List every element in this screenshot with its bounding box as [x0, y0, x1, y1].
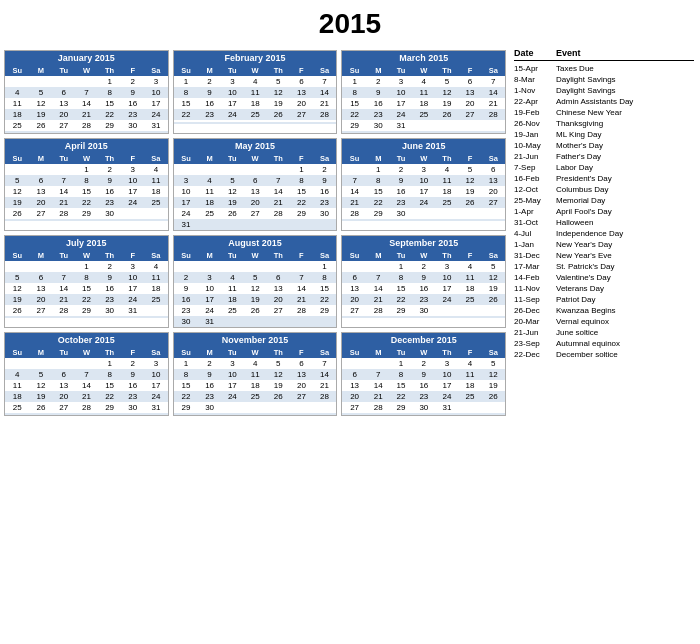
- calendar-month-header: November 2015: [174, 333, 337, 347]
- calendar-day: 13: [30, 283, 53, 294]
- calendar-day: 29: [390, 402, 413, 413]
- calendar-day: 2: [390, 164, 413, 175]
- day-header: W: [412, 347, 435, 358]
- calendar-day: 17: [221, 380, 244, 391]
- calendar-day: 30: [121, 120, 144, 131]
- calendar-day: 19: [435, 98, 458, 109]
- calendar-day: 25: [244, 109, 267, 120]
- calendar-day: 26: [221, 208, 244, 219]
- calendar-day: 11: [435, 175, 458, 186]
- event-name: Taxes Due: [556, 64, 694, 73]
- calendar-day: 1: [174, 76, 199, 87]
- day-header: Th: [98, 153, 121, 164]
- event-date: 19-Feb: [514, 108, 556, 117]
- day-header: M: [30, 153, 53, 164]
- calendar-day: 28: [52, 305, 75, 316]
- calendar-day: 13: [290, 87, 313, 98]
- calendar-day: 22: [390, 391, 413, 402]
- calendar-day: [390, 131, 413, 133]
- calendar-day: 23: [367, 109, 390, 120]
- calendar-day: [52, 316, 75, 318]
- calendar-day: 24: [435, 294, 458, 305]
- calendar-day: [121, 219, 144, 221]
- calendar-day: 12: [267, 87, 290, 98]
- calendar-day: 20: [244, 197, 267, 208]
- calendar-day: 1: [174, 358, 199, 369]
- calendar-day: 18: [144, 186, 168, 197]
- calendar-day: 20: [342, 294, 367, 305]
- calendar-day: 13: [244, 186, 267, 197]
- day-header: Sa: [481, 153, 505, 164]
- calendar-day: 15: [98, 98, 121, 109]
- day-header: F: [121, 153, 144, 164]
- day-header: Tu: [390, 347, 413, 358]
- calendar-day: 24: [412, 197, 435, 208]
- calendar-day: 5: [459, 164, 482, 175]
- calendar-day: 15: [342, 98, 367, 109]
- calendar-day: 28: [481, 109, 505, 120]
- calendar-day: 1: [367, 164, 390, 175]
- calendar-day: [75, 413, 98, 415]
- calendar-day: 24: [144, 109, 168, 120]
- day-header: Th: [267, 65, 290, 76]
- calendar-day: 7: [481, 76, 505, 87]
- calendar-day: 25: [144, 197, 168, 208]
- calendar-day: 4: [5, 369, 30, 380]
- calendar-day: 19: [5, 197, 30, 208]
- day-header: Th: [267, 347, 290, 358]
- calendar-day: 25: [5, 120, 30, 131]
- event-date: 14-Feb: [514, 273, 556, 282]
- calendar-day: 20: [52, 109, 75, 120]
- calendar-day: [52, 219, 75, 221]
- calendar-day: 9: [390, 175, 413, 186]
- calendar-day: 22: [75, 294, 98, 305]
- day-header: Tu: [221, 65, 244, 76]
- calendar-day: 9: [313, 175, 337, 186]
- calendar-day: 7: [75, 87, 98, 98]
- calendar-day: 10: [221, 369, 244, 380]
- event-name: June soltice: [556, 328, 694, 337]
- calendar-day: 8: [98, 369, 121, 380]
- calendar-day: 19: [221, 197, 244, 208]
- calendar-day: 9: [412, 272, 435, 283]
- event-row: 8-MarDaylight Savings: [514, 74, 694, 85]
- calendar-day: 11: [198, 186, 221, 197]
- calendar-day: 10: [121, 272, 144, 283]
- calendar-day: 15: [174, 98, 199, 109]
- event-row: 15-AprTaxes Due: [514, 63, 694, 74]
- calendar-day: 13: [342, 283, 367, 294]
- day-header: Sa: [481, 250, 505, 261]
- calendar-day: [313, 316, 337, 327]
- calendar-day: [342, 164, 367, 175]
- event-date: 16-Feb: [514, 174, 556, 183]
- calendar-day: 3: [435, 358, 458, 369]
- event-date: 25-May: [514, 196, 556, 205]
- calendar-september-2015: September 2015SuMTuWThFSa123456789101112…: [341, 235, 506, 328]
- calendar-day: 14: [52, 283, 75, 294]
- calendar-day: 26: [267, 109, 290, 120]
- calendar-day: 8: [75, 175, 98, 186]
- calendar-day: [198, 219, 221, 230]
- calendar-day: 27: [52, 120, 75, 131]
- day-header: Th: [435, 250, 458, 261]
- day-header: Sa: [144, 65, 168, 76]
- calendar-day: [435, 208, 458, 219]
- calendar-day: 26: [30, 120, 53, 131]
- calendar-day: 26: [30, 402, 53, 413]
- calendar-day: 4: [5, 87, 30, 98]
- calendar-day: 17: [121, 283, 144, 294]
- calendar-day: 10: [390, 87, 413, 98]
- calendar-day: 20: [342, 391, 367, 402]
- calendar-day: 25: [412, 109, 435, 120]
- calendar-day: 3: [144, 358, 168, 369]
- event-date: 11-Nov: [514, 284, 556, 293]
- calendar-day: 24: [435, 391, 458, 402]
- calendar-day: 1: [313, 261, 337, 272]
- day-header: F: [290, 153, 313, 164]
- calendar-month-header: March 2015: [342, 51, 505, 65]
- calendar-day: 27: [30, 305, 53, 316]
- calendar-day: 12: [481, 369, 505, 380]
- event-date: 31-Oct: [514, 218, 556, 227]
- day-header: Tu: [52, 250, 75, 261]
- day-header: Su: [174, 153, 199, 164]
